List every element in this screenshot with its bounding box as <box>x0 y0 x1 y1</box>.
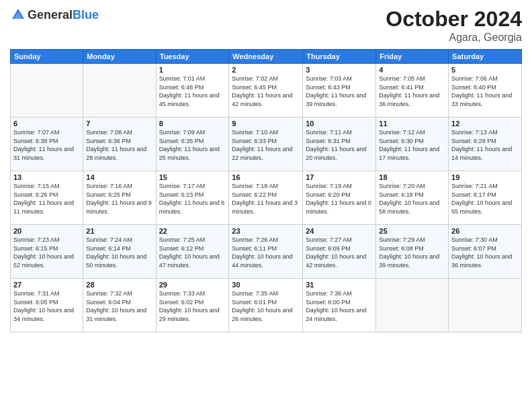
day-number: 15 <box>159 173 226 181</box>
day-number: 10 <box>306 120 373 128</box>
location-title: Agara, Georgia <box>386 32 522 44</box>
day-info: Sunrise: 7:18 AM Sunset: 6:22 PM Dayligh… <box>232 182 300 216</box>
logo-general: General <box>28 8 73 21</box>
day-info: Sunrise: 7:17 AM Sunset: 6:23 PM Dayligh… <box>159 182 226 216</box>
day-info: Sunrise: 7:05 AM Sunset: 6:41 PM Dayligh… <box>379 75 445 108</box>
day-number: 21 <box>86 227 152 235</box>
day-info: Sunrise: 7:13 AM Sunset: 6:28 PM Dayligh… <box>451 128 519 162</box>
day-number: 14 <box>86 173 152 181</box>
day-number: 4 <box>379 66 445 74</box>
header-wednesday: Wednesday <box>229 50 303 64</box>
table-row: 22Sunrise: 7:25 AM Sunset: 6:12 PM Dayli… <box>156 225 229 279</box>
day-info: Sunrise: 7:16 AM Sunset: 6:25 PM Dayligh… <box>86 182 152 216</box>
day-number: 12 <box>451 120 519 128</box>
day-info: Sunrise: 7:20 AM Sunset: 6:18 PM Dayligh… <box>379 182 445 216</box>
table-row: 2Sunrise: 7:02 AM Sunset: 6:45 PM Daylig… <box>229 64 303 118</box>
day-info: Sunrise: 7:33 AM Sunset: 6:02 PM Dayligh… <box>159 289 226 323</box>
day-number: 31 <box>306 281 373 289</box>
day-info: Sunrise: 7:12 AM Sunset: 6:30 PM Dayligh… <box>379 128 445 162</box>
day-number: 18 <box>379 173 445 181</box>
day-number: 22 <box>159 227 226 235</box>
day-info: Sunrise: 7:15 AM Sunset: 6:26 PM Dayligh… <box>13 182 80 216</box>
table-row: 20Sunrise: 7:23 AM Sunset: 6:15 PM Dayli… <box>11 225 83 279</box>
day-number: 16 <box>232 173 300 181</box>
day-number: 1 <box>159 66 226 74</box>
day-number: 19 <box>451 173 519 181</box>
table-row: 28Sunrise: 7:32 AM Sunset: 6:04 PM Dayli… <box>83 279 156 332</box>
day-info: Sunrise: 7:06 AM Sunset: 6:40 PM Dayligh… <box>451 75 519 108</box>
table-row: 14Sunrise: 7:16 AM Sunset: 6:25 PM Dayli… <box>83 171 156 225</box>
calendar-week-row: 20Sunrise: 7:23 AM Sunset: 6:15 PM Dayli… <box>11 225 522 279</box>
table-row: 21Sunrise: 7:24 AM Sunset: 6:14 PM Dayli… <box>83 225 156 279</box>
calendar-week-row: 13Sunrise: 7:15 AM Sunset: 6:26 PM Dayli… <box>11 171 522 225</box>
day-info: Sunrise: 7:23 AM Sunset: 6:15 PM Dayligh… <box>13 236 80 269</box>
day-number: 7 <box>86 120 152 128</box>
table-row: 3Sunrise: 7:03 AM Sunset: 6:43 PM Daylig… <box>303 64 376 118</box>
logo-text: GeneralBlue <box>28 8 99 22</box>
month-title: October 2024 <box>386 7 522 32</box>
table-row: 11Sunrise: 7:12 AM Sunset: 6:30 PM Dayli… <box>376 118 449 171</box>
day-info: Sunrise: 7:19 AM Sunset: 6:20 PM Dayligh… <box>306 182 373 216</box>
day-info: Sunrise: 7:09 AM Sunset: 6:35 PM Dayligh… <box>159 128 226 162</box>
table-row: 9Sunrise: 7:10 AM Sunset: 6:33 PM Daylig… <box>229 118 303 171</box>
table-row: 17Sunrise: 7:19 AM Sunset: 6:20 PM Dayli… <box>303 171 376 225</box>
table-row <box>449 279 522 332</box>
day-info: Sunrise: 7:02 AM Sunset: 6:45 PM Dayligh… <box>232 75 300 108</box>
day-info: Sunrise: 7:21 AM Sunset: 6:17 PM Dayligh… <box>451 182 519 216</box>
day-info: Sunrise: 7:32 AM Sunset: 6:04 PM Dayligh… <box>86 289 152 323</box>
header-saturday: Saturday <box>449 50 522 64</box>
day-number: 30 <box>232 281 300 289</box>
day-number: 5 <box>451 66 519 74</box>
day-number: 20 <box>13 227 80 235</box>
day-info: Sunrise: 7:01 AM Sunset: 6:46 PM Dayligh… <box>159 75 226 108</box>
day-number: 25 <box>379 227 445 235</box>
header-thursday: Thursday <box>303 50 376 64</box>
day-info: Sunrise: 7:03 AM Sunset: 6:43 PM Dayligh… <box>306 75 373 108</box>
day-info: Sunrise: 7:35 AM Sunset: 6:01 PM Dayligh… <box>232 289 300 323</box>
header-tuesday: Tuesday <box>156 50 229 64</box>
table-row: 10Sunrise: 7:11 AM Sunset: 6:31 PM Dayli… <box>303 118 376 171</box>
table-row: 27Sunrise: 7:31 AM Sunset: 6:05 PM Dayli… <box>11 279 83 332</box>
header-sunday: Sunday <box>11 50 83 64</box>
calendar-week-row: 1Sunrise: 7:01 AM Sunset: 6:46 PM Daylig… <box>11 64 522 118</box>
table-row: 15Sunrise: 7:17 AM Sunset: 6:23 PM Dayli… <box>156 171 229 225</box>
day-number: 2 <box>232 66 300 74</box>
table-row: 25Sunrise: 7:29 AM Sunset: 6:08 PM Dayli… <box>376 225 449 279</box>
weekday-header-row: Sunday Monday Tuesday Wednesday Thursday… <box>11 50 522 64</box>
day-number: 23 <box>232 227 300 235</box>
table-row: 13Sunrise: 7:15 AM Sunset: 6:26 PM Dayli… <box>11 171 83 225</box>
day-info: Sunrise: 7:10 AM Sunset: 6:33 PM Dayligh… <box>232 128 300 162</box>
table-row: 30Sunrise: 7:35 AM Sunset: 6:01 PM Dayli… <box>229 279 303 332</box>
calendar-table: Sunday Monday Tuesday Wednesday Thursday… <box>10 49 522 332</box>
table-row <box>83 64 156 118</box>
table-row: 19Sunrise: 7:21 AM Sunset: 6:17 PM Dayli… <box>449 171 522 225</box>
logo-blue: Blue <box>73 8 99 21</box>
calendar-week-row: 6Sunrise: 7:07 AM Sunset: 6:38 PM Daylig… <box>11 118 522 171</box>
day-info: Sunrise: 7:27 AM Sunset: 6:09 PM Dayligh… <box>306 236 373 269</box>
day-info: Sunrise: 7:29 AM Sunset: 6:08 PM Dayligh… <box>379 236 445 269</box>
title-block: October 2024 Agara, Georgia <box>386 7 522 44</box>
day-number: 28 <box>86 281 152 289</box>
day-number: 29 <box>159 281 226 289</box>
table-row: 8Sunrise: 7:09 AM Sunset: 6:35 PM Daylig… <box>156 118 229 171</box>
day-info: Sunrise: 7:26 AM Sunset: 6:11 PM Dayligh… <box>232 236 300 269</box>
day-info: Sunrise: 7:11 AM Sunset: 6:31 PM Dayligh… <box>306 128 373 162</box>
table-row: 1Sunrise: 7:01 AM Sunset: 6:46 PM Daylig… <box>156 64 229 118</box>
table-row: 23Sunrise: 7:26 AM Sunset: 6:11 PM Dayli… <box>229 225 303 279</box>
table-row: 6Sunrise: 7:07 AM Sunset: 6:38 PM Daylig… <box>11 118 83 171</box>
header-monday: Monday <box>83 50 156 64</box>
table-row: 31Sunrise: 7:36 AM Sunset: 6:00 PM Dayli… <box>303 279 376 332</box>
day-number: 13 <box>13 173 80 181</box>
day-info: Sunrise: 7:31 AM Sunset: 6:05 PM Dayligh… <box>13 289 80 323</box>
day-number: 11 <box>379 120 445 128</box>
day-info: Sunrise: 7:36 AM Sunset: 6:00 PM Dayligh… <box>306 289 373 323</box>
table-row: 4Sunrise: 7:05 AM Sunset: 6:41 PM Daylig… <box>376 64 449 118</box>
day-number: 3 <box>306 66 373 74</box>
table-row: 29Sunrise: 7:33 AM Sunset: 6:02 PM Dayli… <box>156 279 229 332</box>
day-info: Sunrise: 7:08 AM Sunset: 6:36 PM Dayligh… <box>86 128 152 162</box>
table-row <box>11 64 83 118</box>
logo-icon <box>10 7 26 23</box>
day-number: 6 <box>13 120 80 128</box>
day-number: 9 <box>232 120 300 128</box>
table-row: 18Sunrise: 7:20 AM Sunset: 6:18 PM Dayli… <box>376 171 449 225</box>
